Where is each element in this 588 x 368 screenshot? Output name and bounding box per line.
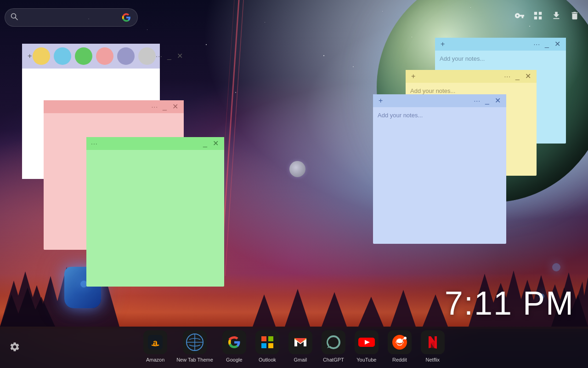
app-label-newtab: New Tab Theme: [176, 357, 213, 362]
note6-header: + ··· _ ✕: [373, 94, 506, 107]
small-moon: [289, 161, 305, 177]
time-display: 7:11 PM: [445, 284, 574, 322]
search-input[interactable]: [22, 14, 121, 21]
svg-rect-43: [261, 343, 266, 348]
app-youtube[interactable]: YouTube: [355, 330, 379, 362]
app-label-gmail: Gmail: [294, 357, 307, 362]
app-icon-amazon: a: [143, 330, 167, 354]
svg-marker-22: [322, 292, 347, 327]
color-purple[interactable]: [117, 47, 135, 65]
note5-close[interactable]: ✕: [524, 73, 532, 80]
taskbar: a Amazon New Tab Theme: [0, 327, 588, 368]
app-label-netflix: Netflix: [426, 357, 440, 362]
svg-marker-25: [423, 294, 448, 327]
note2-header: ··· _ ✕: [44, 100, 184, 113]
note5-minimize[interactable]: _: [514, 73, 520, 80]
svg-rect-49: [322, 330, 345, 354]
note2-minimize[interactable]: _: [162, 103, 168, 110]
app-icon-gmail: [288, 330, 312, 354]
note1-controls: ··· _ ✕: [156, 52, 184, 60]
note5-add-button[interactable]: +: [410, 73, 416, 80]
color-gray[interactable]: [138, 47, 156, 65]
taskbar-apps: a Amazon New Tab Theme: [143, 330, 445, 365]
settings-button[interactable]: [9, 341, 20, 355]
light-orb-2: [552, 263, 560, 271]
color-blue[interactable]: [54, 47, 71, 65]
note6-body[interactable]: Add your notes...: [373, 107, 506, 123]
note5-header: + ··· _ ✕: [406, 70, 537, 83]
svg-rect-40: [255, 330, 279, 354]
app-label-amazon: Amazon: [146, 357, 164, 362]
svg-marker-21: [285, 289, 310, 327]
app-icon-reddit: [388, 330, 412, 354]
note4-body[interactable]: Add your notes...: [435, 51, 566, 67]
note4-header: + ··· _ ✕: [435, 38, 566, 51]
color-circles: [33, 47, 156, 65]
download-icon[interactable]: [550, 9, 563, 22]
app-chatgpt[interactable]: ChatGPT: [322, 330, 345, 362]
app-label-google: Google: [226, 357, 242, 362]
note2-controls: ··· _ ✕: [151, 103, 179, 110]
svg-rect-42: [268, 336, 273, 341]
sticky-note-3: ··· _ ✕: [86, 137, 224, 287]
color-green[interactable]: [75, 47, 92, 65]
app-gmail[interactable]: Gmail: [288, 330, 312, 362]
note4-menu[interactable]: ···: [533, 40, 540, 48]
note4-close[interactable]: ✕: [554, 40, 561, 48]
note3-controls: _ ✕: [202, 140, 220, 147]
note4-controls: ··· _ ✕: [533, 40, 561, 48]
note6-controls: ··· _ ✕: [474, 97, 502, 104]
note3-minimize[interactable]: _: [202, 140, 208, 147]
svg-marker-20: [253, 294, 276, 327]
note1-menu[interactable]: ···: [156, 52, 163, 60]
note4-add-button[interactable]: +: [440, 40, 446, 48]
note5-controls: ··· _ ✕: [504, 73, 532, 80]
app-newtab[interactable]: New Tab Theme: [176, 330, 213, 362]
color-yellow[interactable]: [33, 47, 50, 65]
grid-icon[interactable]: [531, 9, 544, 22]
app-reddit[interactable]: Reddit: [388, 330, 412, 362]
note6-add-button[interactable]: +: [378, 97, 384, 104]
note2-menu[interactable]: ···: [151, 103, 158, 110]
app-icon-newtab: [183, 330, 207, 354]
app-google[interactable]: Google: [222, 330, 246, 362]
search-bar[interactable]: [5, 8, 138, 27]
app-label-reddit: Reddit: [392, 357, 407, 362]
app-label-outlook: Outlook: [259, 357, 276, 362]
note2-close[interactable]: ✕: [171, 103, 179, 110]
note1-close[interactable]: ✕: [176, 52, 184, 60]
app-icon-outlook: [255, 330, 279, 354]
note4-minimize[interactable]: _: [544, 40, 550, 48]
note1-minimize[interactable]: _: [166, 52, 172, 60]
note3-menu[interactable]: ···: [91, 140, 98, 147]
note1-add-button[interactable]: +: [27, 52, 33, 60]
svg-marker-23: [358, 297, 384, 327]
search-icon: [11, 13, 18, 22]
note6-close[interactable]: ✕: [494, 97, 502, 104]
app-outlook[interactable]: Outlook: [255, 330, 279, 362]
app-label-youtube: YouTube: [356, 357, 376, 362]
top-right-icons: [513, 9, 581, 22]
app-label-chatgpt: ChatGPT: [323, 357, 344, 362]
svg-point-65: [397, 339, 398, 339]
app-icon-netflix: [421, 330, 445, 354]
color-pink[interactable]: [96, 47, 113, 65]
svg-marker-24: [390, 290, 416, 327]
app-amazon[interactable]: a Amazon: [143, 330, 167, 362]
key-icon[interactable]: [513, 9, 526, 22]
app-icon-chatgpt: [322, 330, 345, 354]
app-netflix[interactable]: Netflix: [421, 330, 445, 362]
svg-line-32: [16, 18, 18, 20]
note5-menu[interactable]: ···: [504, 73, 511, 80]
svg-point-63: [396, 339, 403, 343]
note3-close[interactable]: ✕: [212, 140, 220, 147]
note3-header: ··· _ ✕: [86, 137, 224, 150]
trash-icon[interactable]: [568, 9, 581, 22]
svg-rect-41: [261, 336, 266, 341]
svg-point-66: [401, 339, 402, 339]
note1-header: + ··· _ ✕: [22, 44, 160, 69]
svg-rect-44: [268, 343, 273, 348]
note6-menu[interactable]: ···: [474, 97, 481, 104]
note6-minimize[interactable]: _: [484, 97, 490, 104]
sticky-note-6: + ··· _ ✕ Add your notes...: [373, 94, 506, 244]
